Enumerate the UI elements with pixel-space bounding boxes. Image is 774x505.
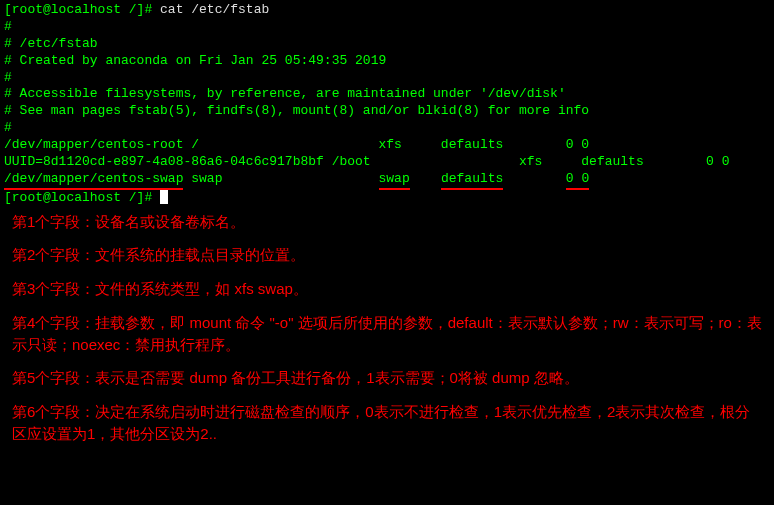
fstab-entry: UUID=8d1120cd-e897-4a08-86a6-04c6c917b8b… — [4, 154, 770, 171]
fstab-comment: # See man pages fstab(5), findfs(8), mou… — [4, 103, 770, 120]
fstab-fstype-underlined: swap — [379, 171, 410, 190]
fstab-entry: /dev/mapper/centos-swap swap swap defaul… — [4, 171, 770, 190]
fstab-comment: # — [4, 120, 770, 137]
fstab-entry: /dev/mapper/centos-root / xfs defaults 0… — [4, 137, 770, 154]
note-field-4: 第4个字段：挂载参数，即 mount 命令 "-o" 选项后所使用的参数，def… — [12, 312, 762, 356]
prompt: [root@localhost /]# — [4, 2, 160, 17]
fstab-comment: # /etc/fstab — [4, 36, 770, 53]
fstab-comment: # — [4, 70, 770, 87]
cursor[interactable] — [160, 190, 168, 204]
annotation-notes: 第1个字段：设备名或设备卷标名。 第2个字段：文件系统的挂载点目录的位置。 第3… — [4, 207, 770, 445]
fstab-comment: # Accessible filesystems, by reference, … — [4, 86, 770, 103]
prompt: [root@localhost /]# — [4, 190, 160, 205]
fstab-device-underlined: /dev/mapper/centos-swap — [4, 171, 183, 190]
fstab-opts-underlined: defaults — [441, 171, 503, 190]
note-field-6: 第6个字段：决定在系统启动时进行磁盘检查的顺序，0表示不进行检查，1表示优先检查… — [12, 401, 762, 445]
note-field-1: 第1个字段：设备名或设备卷标名。 — [12, 211, 762, 233]
fstab-comment: # — [4, 19, 770, 36]
fstab-comment: # Created by anaconda on Fri Jan 25 05:4… — [4, 53, 770, 70]
note-field-3: 第3个字段：文件的系统类型，如 xfs swap。 — [12, 278, 762, 300]
fstab-mountpoint: swap — [191, 171, 222, 186]
command: cat /etc/fstab — [160, 2, 269, 17]
note-field-5: 第5个字段：表示是否需要 dump 备份工具进行备份，1表示需要；0将被 dum… — [12, 367, 762, 389]
fstab-dump-pass-underlined: 0 0 — [566, 171, 589, 190]
terminal-output: [root@localhost /]# cat /etc/fstab # # /… — [4, 2, 770, 207]
note-field-2: 第2个字段：文件系统的挂载点目录的位置。 — [12, 244, 762, 266]
